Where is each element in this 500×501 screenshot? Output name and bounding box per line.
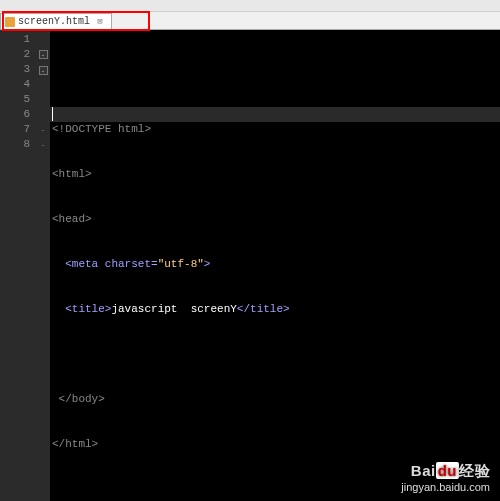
line-number-gutter: 1 2 3 4 5 6 7 8 <box>0 30 36 501</box>
fold-gutter: - - - - <box>36 30 50 501</box>
code-token: "utf-8" <box>158 258 204 270</box>
code-token: <meta <box>65 258 98 270</box>
fold-toggle-icon[interactable]: - <box>39 66 48 75</box>
toolbar-area <box>0 0 500 12</box>
watermark-url: jingyan.baidu.com <box>401 481 490 493</box>
line-number: 6 <box>0 107 30 122</box>
text-cursor <box>52 107 53 121</box>
code-token: <html> <box>52 168 92 180</box>
tab-filename: screenY.html <box>18 16 90 27</box>
line-number: 7 <box>0 122 30 137</box>
file-tab[interactable]: screenY.html ⊠ <box>0 13 112 29</box>
code-area[interactable]: <!DOCTYPE html> <html> <head> <meta char… <box>50 30 500 501</box>
line-number: 4 <box>0 77 30 92</box>
code-token: </html> <box>52 438 98 450</box>
fold-toggle-icon[interactable]: - <box>39 50 48 59</box>
line-number: 3 <box>0 62 30 77</box>
line-number: 2 <box>0 47 30 62</box>
code-token: <title> <box>65 303 111 315</box>
code-token: javascript screenY <box>111 303 236 315</box>
code-token: </title> <box>237 303 290 315</box>
close-icon[interactable]: ⊠ <box>95 17 105 27</box>
file-icon <box>5 17 15 27</box>
code-token: > <box>204 258 211 270</box>
code-token: </body> <box>59 393 105 405</box>
code-token: charset= <box>98 258 157 270</box>
line-number: 1 <box>0 32 30 47</box>
line-number: 8 <box>0 137 30 152</box>
tab-bar: screenY.html ⊠ <box>0 12 500 30</box>
code-token: <head> <box>52 213 92 225</box>
code-token: <!DOCTYPE html> <box>52 123 151 135</box>
line-number: 5 <box>0 92 30 107</box>
editor: 1 2 3 4 5 6 7 8 - - - - <!DOCTYPE html> … <box>0 30 500 501</box>
